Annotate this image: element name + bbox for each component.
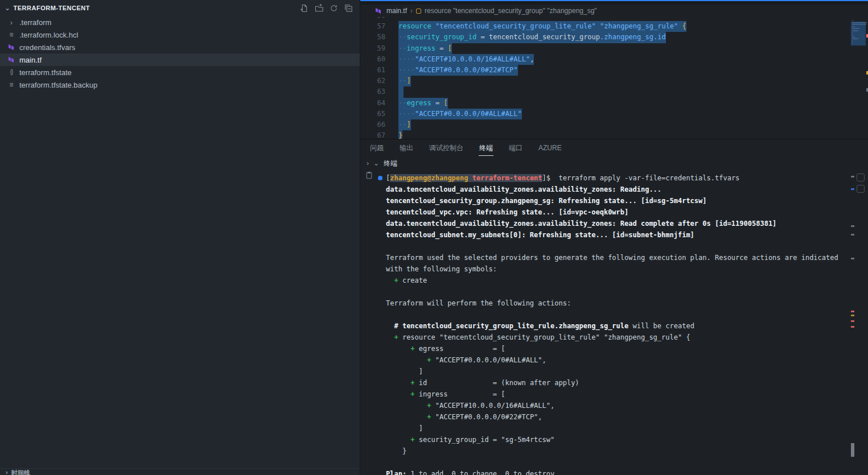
line-number: 65: [360, 109, 385, 119]
terminal-line: + egress = [: [386, 343, 854, 354]
code-line-58[interactable]: 58··security_group_id = tencentcloud_sec…: [360, 32, 851, 43]
scrollbar-mark: [851, 311, 854, 312]
code-line-56[interactable]: 56: [360, 17, 851, 21]
new-file-icon[interactable]: [298, 2, 310, 14]
line-number: 62: [360, 76, 385, 86]
file-label: .terraform: [19, 18, 51, 27]
scrollbar-mark: [851, 176, 854, 177]
line-number: 57: [360, 21, 385, 32]
terminal-line: ]: [386, 366, 854, 377]
code-editor[interactable]: 5657resource "tencentcloud_security_grou…: [360, 17, 868, 139]
file-list: ›.terraform≡.terraform.lock.hclcredentia…: [0, 16, 360, 468]
bottom-panel: 问题输出调试控制台终端端口AZURE › ⌄ 终端 [zhangpeng@zha…: [360, 139, 868, 475]
file-row-credentials.tfvars[interactable]: credentials.tfvars: [0, 41, 360, 53]
code-line-64[interactable]: 64··egress = [: [360, 98, 851, 109]
line-number: 61: [360, 65, 385, 76]
command-decoration-dot: [378, 176, 382, 180]
terminal-line: # tencentcloud_security_group_lite_rule.…: [386, 320, 854, 332]
terminal-line: [386, 286, 854, 298]
code-line-63[interactable]: 63: [360, 86, 851, 97]
code-line-65[interactable]: 65····"ACCEPT#0.0.0.0/0#ALL#ALL": [360, 109, 851, 119]
file-row-.terraform[interactable]: ›.terraform: [0, 16, 360, 28]
panel-tab-terminal[interactable]: 终端: [471, 139, 501, 156]
minimap-selection: [851, 22, 866, 46]
file-row-terraform.tfstate[interactable]: {}terraform.tfstate: [0, 66, 360, 79]
terminal-line: + security_group_id = "sg-5m4rtcsw": [386, 434, 854, 445]
terminal[interactable]: [zhangpeng@zhangpeng terraform-tencent]$…: [360, 170, 868, 475]
terminal-line: data.tencentcloud_availability_zones.ava…: [386, 218, 854, 229]
panel-tab-debug-console[interactable]: 调试控制台: [421, 139, 471, 156]
refresh-icon[interactable]: [328, 2, 339, 14]
clipboard-icon: [365, 171, 373, 183]
new-folder-icon[interactable]: [313, 2, 324, 14]
breadcrumb-file[interactable]: main.tf: [386, 7, 407, 15]
terminal-line: + "ACCEPT#0.0.0.0/0#22#TCP",: [386, 411, 854, 423]
line-number: 63: [360, 86, 385, 97]
editor-tab-strip: [360, 0, 868, 5]
timeline-section-header[interactable]: › 时间线: [0, 468, 360, 475]
line-content: ··ingress = [: [398, 43, 452, 54]
code-line-57[interactable]: 57resource "tencentcloud_security_group_…: [360, 21, 851, 32]
terminal-output: [zhangpeng@zhangpeng terraform-tencent]$…: [386, 172, 854, 475]
scrollbar-mark: [851, 258, 854, 259]
panel-tab-azure[interactable]: AZURE: [530, 139, 570, 156]
terminal-gutter: [360, 170, 386, 475]
breadcrumb-symbol[interactable]: resource "tencentcloud_security_group" "…: [425, 7, 597, 15]
panel-tab-ports[interactable]: 端口: [501, 139, 530, 156]
minimap-line: [852, 20, 853, 21]
terminal-line: with the following symbols:: [386, 263, 854, 275]
explorer-title: TERRAFORM-TENCENT: [14, 5, 90, 11]
scrollbar-mark: [851, 188, 854, 190]
scrollbar-slider[interactable]: [851, 443, 854, 457]
explorer-section-header[interactable]: ⌄ TERRAFORM-TENCENT: [0, 0, 360, 16]
line-content: ····"ACCEPT#10.0.0.0/16#ALL#ALL",: [398, 54, 534, 65]
code-line-62[interactable]: 62··]: [360, 76, 851, 86]
line-content: [398, 86, 404, 97]
chevron-down-icon: ⌄: [5, 4, 11, 12]
terminal-line: [386, 241, 854, 252]
chevron-right-icon: ›: [367, 159, 369, 167]
file-row-main.tf[interactable]: main.tf: [0, 53, 360, 66]
code-line-67[interactable]: 67}: [360, 130, 851, 139]
terminal-line: [386, 457, 854, 468]
line-content: ··security_group_id = tencentcloud_secur…: [398, 32, 666, 43]
line-content: }: [398, 130, 402, 139]
code-line-59[interactable]: 59··ingress = [: [360, 43, 851, 54]
terminal-scrollbar[interactable]: [850, 170, 855, 475]
panel-tab-output[interactable]: 输出: [392, 139, 421, 156]
terminal-line: + "ACCEPT#0.0.0.0/0#ALL#ALL",: [386, 354, 854, 366]
file-icon: ≡: [7, 31, 16, 38]
file-label: terraform.tfstate.backup: [19, 81, 97, 89]
editor-group: main.tf › resource "tencentcloud_securit…: [360, 0, 868, 475]
minimap[interactable]: [851, 17, 868, 139]
file-row-.terraform.lock.hcl[interactable]: ≡.terraform.lock.hcl: [0, 28, 360, 41]
terminal-action-icon[interactable]: [857, 185, 865, 193]
panel-tab-problems[interactable]: 问题: [362, 139, 392, 156]
code-line-60[interactable]: 60····"ACCEPT#10.0.0.0/16#ALL#ALL",: [360, 54, 851, 65]
line-number: 64: [360, 98, 385, 109]
terminal-line: Terraform used the selected providers to…: [386, 252, 854, 263]
scrollbar-mark: [851, 315, 854, 316]
chevron-icon: ›: [7, 19, 16, 26]
terminal-line: data.tencentcloud_availability_zones.ava…: [386, 184, 854, 195]
file-row-terraform.tfstate.backup[interactable]: ≡terraform.tfstate.backup: [0, 79, 360, 91]
timeline-label: 时间线: [11, 469, 30, 475]
line-number: 58: [360, 32, 385, 43]
terraform-icon: [7, 44, 16, 51]
line-content: ····"ACCEPT#0.0.0.0/0#22#TCP": [398, 65, 518, 76]
line-content: ··]: [398, 119, 411, 130]
terminal-action-icon[interactable]: [857, 174, 865, 181]
code-line-61[interactable]: 61····"ACCEPT#0.0.0.0/0#22#TCP": [360, 65, 851, 76]
scrollbar-mark: [851, 234, 854, 236]
code-line-66[interactable]: 66··]: [360, 119, 851, 130]
file-icon: ≡: [7, 81, 16, 88]
braces-icon: {}: [7, 69, 16, 75]
code-lines: 5657resource "tencentcloud_security_grou…: [360, 17, 851, 139]
line-number: 67: [360, 130, 385, 139]
collapse-all-icon[interactable]: [343, 2, 354, 14]
explorer-actions: [298, 2, 354, 14]
terminal-side-actions: [857, 174, 868, 193]
terminal-line: Plan: 1 to add, 0 to change, 0 to destro…: [386, 468, 854, 475]
terminal-line: + resource "tencentcloud_security_group_…: [386, 332, 854, 343]
terminal-section-header[interactable]: › ⌄ 终端: [360, 156, 868, 170]
